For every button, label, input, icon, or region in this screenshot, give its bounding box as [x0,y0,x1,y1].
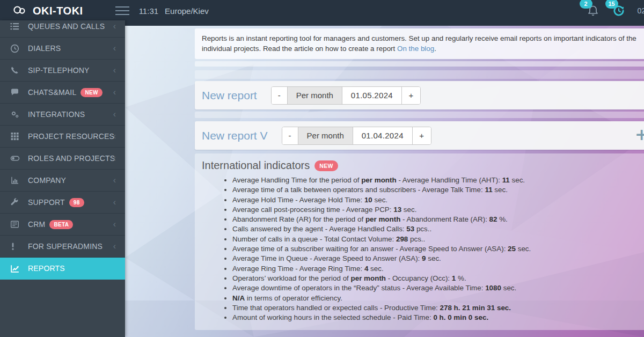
sidebar-item-dialers[interactable]: DIALERS‹ [0,38,125,60]
crm-icon [10,220,21,229]
report-panel-1: New report - Per month 01.05.2024 + [195,81,644,109]
sidebar-item-label: QUEUES AND CALLS [28,22,105,31]
period-type-button[interactable]: Per month [287,87,342,104]
period-prev-button[interactable]: - [272,87,287,104]
list-icon [10,22,21,31]
chevron-left-icon: ‹ [113,154,116,163]
sidebar-item-integrations[interactable]: INTEGRATIONS‹ [0,104,125,126]
sidebar-item-project-resources[interactable]: PROJECT RESOURCES‹ [0,126,125,148]
new-badge: NEW [314,160,338,171]
toggle-icon [10,154,21,163]
sidebar-badge: 98 [69,198,84,207]
bar-chart-icon [10,176,21,185]
chevron-left-icon: ‹ [113,198,116,207]
chevron-left-icon: ‹ [113,22,116,31]
sidebar-item-label: INTEGRATIONS [28,110,85,119]
info-text-line1: Reports is an instant reporting tool for… [202,33,644,43]
info-text-line2: individual projects. Read the article on… [202,43,644,54]
chevron-left-icon: ‹ [113,220,116,229]
clock-icon [10,44,21,53]
sidebar-item-roles-and-projects[interactable]: ROLES AND PROJECTS‹ [0,148,125,170]
report-title[interactable]: New report [202,89,257,102]
indicator-item: Average time of a talk between operators… [232,185,644,195]
sidebar-item-label: ROLES AND PROJECTS [28,154,115,163]
sidebar-item-label: PROJECT RESOURCES [28,132,114,141]
divider-strip [195,112,644,118]
sidebar-badge: BETA [49,220,73,229]
chevron-left-icon: ‹ [113,88,116,97]
period-date-field[interactable]: 01.05.2024 [342,87,401,104]
indicator-item: Average call post-processing time - Aver… [232,205,644,215]
indicator-item: Number of calls in a queue - Total Conta… [232,235,644,244]
indicator-item: Average time of a subscriber waiting for… [232,244,644,254]
main-content: Reports is an instant reporting tool for… [125,0,644,337]
international-indicators-panel: International indicators NEW Average Han… [195,153,644,330]
sidebar-item-label: REPORTS [28,264,65,273]
chat-icon [10,88,21,97]
period-next-button[interactable]: + [401,87,420,104]
sidebar-item-queues-and-calls[interactable]: QUEUES AND CALLS‹ [0,20,125,38]
indicators-list: Average Handling Time for the period of … [202,175,644,323]
user-label[interactable]: 02.v [638,6,644,15]
add-report-icon[interactable]: + [635,127,644,143]
period-next-button[interactable]: + [412,127,431,144]
history-refresh-icon[interactable]: 15 [612,4,626,18]
grid-icon [10,132,21,141]
logo[interactable]: OKI-TOKI [12,3,83,18]
hamburger-menu-icon[interactable] [115,6,129,15]
indicator-item: Calls answered by the agent - Average Ha… [232,224,644,234]
period-type-button[interactable]: Per month [298,127,353,144]
notifications-bell-icon[interactable]: 2 [586,4,600,18]
indicator-item: Time that operators handled or expected … [232,303,644,313]
divider-strip [195,61,644,67]
chevron-left-icon: ‹ [113,132,116,141]
phone-icon [10,66,21,75]
period-prev-button[interactable]: - [282,127,298,144]
sidebar-item-support[interactable]: SUPPORT98‹ [0,192,125,214]
sidebar: QUEUES AND CALLS‹DIALERS‹SIP-TELEPHONY‹C… [0,20,125,337]
clock-time: 11:31 [139,6,158,16]
top-navbar: OKI-TOKI 11:31 Europe/Kiev 2 15 02.v [0,0,644,21]
period-date-field[interactable]: 01.04.2024 [353,127,412,144]
on-the-blog-link[interactable]: On the blog [397,45,434,53]
sidebar-item-label: CRM [28,220,45,229]
indicator-item: Average downtime of operators in the “Re… [232,283,644,293]
indicator-item: N/A in terms of operator efficiency. [232,294,644,303]
wrench-icon [10,198,21,207]
sidebar-badge: NEW [80,88,102,97]
indicator-item: Amount of working hours in the selected … [232,313,644,323]
sidebar-item-sip-telephony[interactable]: SIP-TELEPHONY‹ [0,60,125,82]
sidebar-item-label: SUPPORT [28,198,65,207]
sidebar-item-label: SIP-TELEPHONY [28,66,90,75]
exclamation-icon [10,242,21,251]
indicator-item: Operators’ workload for the period of pe… [232,274,644,283]
gears-icon [10,110,21,119]
notifications-count-badge: 2 [580,0,592,9]
chart-line-icon [10,264,21,273]
timezone-label: Europe/Kiev [165,6,209,16]
report-panel-2: New report V - Per month 01.04.2024 + + [195,121,644,150]
indicator-item: Average Handling Time for the period of … [232,175,644,185]
sidebar-item-label: COMPANY [28,176,66,185]
sidebar-item-crm[interactable]: CRMBETA‹ [0,214,125,236]
chevron-left-icon: ‹ [113,242,116,251]
chevron-left-icon: ‹ [113,110,116,119]
chevron-left-icon: ‹ [113,66,116,75]
history-count-badge: 15 [605,0,618,9]
chevron-left-icon: ‹ [113,176,116,185]
period-control: - Per month 01.05.2024 + [271,86,421,105]
sidebar-item-for-superadmins[interactable]: FOR SUPERADMINS‹ [0,236,125,258]
sidebar-item-label: FOR SUPERADMINS [28,242,103,251]
sidebar-item-label: DIALERS [28,44,61,53]
sidebar-item-label: CHATS&MAIL [28,88,76,97]
report-title[interactable]: New report V [202,129,268,142]
sidebar-item-company[interactable]: COMPANY‹ [0,170,125,192]
sidebar-item-reports[interactable]: REPORTS [0,258,125,280]
cloud-logo-icon [12,3,28,18]
sidebar-item-chats-mail[interactable]: CHATS&MAILNEW‹ [0,82,125,104]
indicator-item: Average Time in Queue - Average Speed to… [232,254,644,263]
reports-info-box: Reports is an instant reporting tool for… [195,28,644,59]
divider-strip [195,70,644,79]
chevron-left-icon: ‹ [113,44,116,53]
indicator-item: Average Hold Time - Average Hold Time: 1… [232,195,644,205]
